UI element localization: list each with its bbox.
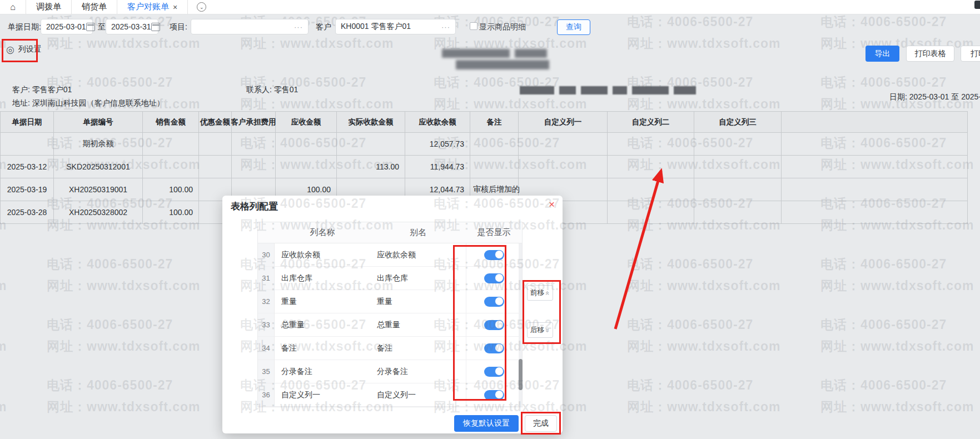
redacted-block bbox=[442, 49, 510, 58]
config-visible-cell bbox=[466, 383, 522, 407]
watermark-text: 电话：4006-6500-27网址：www.tdxsoft.com bbox=[47, 379, 201, 413]
date-from-input[interactable]: 2025-03-01 bbox=[41, 19, 93, 34]
show-detail-checkbox[interactable] bbox=[470, 22, 477, 30]
date-from-value: 2025-03-01 bbox=[46, 22, 86, 31]
query-button[interactable]: 查询 bbox=[557, 19, 590, 35]
customer-value: KH0001 零售客户01 bbox=[341, 22, 411, 32]
column-header: 应收金额 bbox=[276, 112, 337, 133]
redacted-block bbox=[515, 49, 547, 58]
visibility-toggle[interactable] bbox=[484, 390, 504, 400]
table-cell: XH20250319001 bbox=[54, 178, 143, 201]
table-cell bbox=[608, 178, 694, 201]
print-table-button[interactable]: 打印表格 bbox=[906, 46, 954, 62]
table-cell: 2025-03-12 bbox=[1, 156, 54, 178]
double-chevron-down-icon: » bbox=[544, 328, 551, 332]
table-cell: XH20250328002 bbox=[54, 201, 143, 224]
table-cell: 2025-03-28 bbox=[1, 201, 54, 224]
watermark-text: 电话：4006-6500-27网址：www.tdxsoft.com bbox=[627, 258, 781, 292]
tab-调拨单[interactable]: 调拨单 bbox=[26, 0, 71, 14]
corner-icon[interactable] bbox=[974, 1, 980, 9]
close-icon[interactable]: × bbox=[549, 199, 555, 209]
config-row[interactable]: 33总重量总重量 bbox=[258, 313, 522, 337]
config-visible-cell bbox=[466, 267, 522, 290]
config-alias-cell: 总重量 bbox=[370, 313, 466, 337]
move-down-button[interactable]: 后移 » bbox=[527, 322, 553, 338]
statement-date-range: 日期: 2025-03-01 至 2025-03-31 bbox=[889, 92, 980, 102]
config-row[interactable]: 30应收款余额应收款余额 bbox=[258, 243, 522, 267]
customer-input[interactable]: KH0001 零售客户01 ··· bbox=[335, 19, 456, 34]
watermark-text: 电话：4006-6500-27网址：www.tdxsoft.com bbox=[47, 258, 201, 292]
visibility-toggle[interactable] bbox=[484, 297, 504, 307]
visibility-toggle[interactable] bbox=[484, 343, 504, 353]
table-row[interactable]: 期初余额12,057.73 bbox=[1, 133, 968, 156]
restore-default-button[interactable]: 恢复默认设置 bbox=[454, 415, 519, 432]
watermark-text: 电话：4006-6500-27网址：www.tdxsoft.com bbox=[0, 379, 7, 413]
export-button[interactable]: 导出 bbox=[865, 46, 899, 62]
customer-contact-text: 联系人: 零售01 bbox=[246, 85, 298, 95]
table-cell bbox=[782, 178, 968, 201]
move-up-button[interactable]: 前移 « bbox=[527, 285, 553, 301]
config-row[interactable]: 35分录备注分录备注 bbox=[258, 360, 522, 383]
config-row[interactable]: 32重量重量 bbox=[258, 290, 522, 313]
date-to-value: 2025-03-31 bbox=[111, 22, 151, 31]
config-visible-cell bbox=[466, 290, 522, 313]
table-cell: 期初余额 bbox=[54, 133, 143, 156]
watermark-text: 电话：4006-6500-27网址：www.tdxsoft.com bbox=[820, 258, 974, 292]
scrollbar-thumb[interactable] bbox=[519, 359, 523, 390]
tab-list: 调拨单销货单客户对账单× bbox=[26, 0, 188, 14]
visibility-toggle[interactable] bbox=[484, 273, 504, 283]
table-cell bbox=[608, 133, 694, 156]
redacted-block bbox=[456, 60, 549, 69]
config-row[interactable]: 31出库仓库出库仓库 bbox=[258, 267, 522, 290]
date-between-label: 至 bbox=[98, 22, 106, 32]
calendar-icon[interactable] bbox=[86, 23, 95, 31]
config-alias-cell: 备注 bbox=[370, 337, 466, 360]
date-to-input[interactable]: 2025-03-31 bbox=[106, 19, 158, 34]
table-cell bbox=[782, 133, 968, 156]
table-cell bbox=[1, 133, 54, 156]
config-alias-cell: 出库仓库 bbox=[370, 267, 466, 290]
table-cell: 11,944.73 bbox=[405, 156, 470, 178]
config-row[interactable]: 36自定义列一自定义列一 bbox=[258, 383, 522, 407]
config-row[interactable]: 34备注备注 bbox=[258, 337, 522, 360]
table-cell bbox=[199, 156, 232, 178]
project-input[interactable]: ··· bbox=[191, 19, 309, 34]
double-chevron-up-icon: « bbox=[544, 291, 551, 295]
table-row[interactable]: 2025-03-12SKD20250312001113.0011,944.73 bbox=[1, 156, 968, 178]
config-row-number: 36 bbox=[258, 383, 275, 407]
column-settings-button[interactable]: ◎ 列设置 bbox=[6, 44, 42, 54]
print-button[interactable]: 打印 bbox=[961, 46, 980, 62]
done-button[interactable]: 完成 bbox=[525, 415, 557, 432]
table-cell bbox=[519, 156, 608, 178]
column-header: 自定义列一 bbox=[519, 112, 608, 133]
config-alias-cell: 自定义列一 bbox=[370, 383, 466, 407]
tab-label: 调拨单 bbox=[36, 2, 61, 12]
visibility-toggle[interactable] bbox=[484, 367, 504, 377]
config-alias-cell: 分录备注 bbox=[370, 360, 466, 383]
visibility-toggle[interactable] bbox=[484, 250, 504, 260]
calendar-icon[interactable] bbox=[151, 23, 160, 31]
visibility-toggle[interactable] bbox=[484, 320, 504, 330]
ellipsis-icon[interactable]: ··· bbox=[441, 23, 450, 31]
ellipsis-icon[interactable]: ··· bbox=[294, 23, 303, 31]
home-icon[interactable]: ⌂ bbox=[0, 2, 26, 12]
tab-销货单[interactable]: 销货单 bbox=[71, 0, 117, 14]
table-cell bbox=[199, 133, 232, 156]
move-up-label: 前移 bbox=[530, 288, 544, 298]
watermark-text: 电话：4006-6500-27网址：www.tdxsoft.com bbox=[0, 258, 7, 292]
table-cell bbox=[694, 201, 782, 224]
config-table-head: 列名称别名是否显示 bbox=[258, 222, 522, 243]
tab-客户对账单[interactable]: 客户对账单× bbox=[117, 0, 188, 14]
config-column-header: 是否显示 bbox=[466, 222, 522, 243]
table-cell bbox=[143, 156, 199, 178]
tab-close-icon[interactable]: × bbox=[173, 3, 177, 11]
show-detail-label: 显示商品明细 bbox=[479, 22, 526, 32]
watermark-text: 电话：4006-6500-27网址：www.tdxsoft.com bbox=[820, 379, 974, 413]
config-name-cell: 自定义列一 bbox=[275, 383, 370, 407]
config-name-cell: 备注 bbox=[275, 337, 370, 360]
watermark-text: 电话：4006-6500-27网址：www.tdxsoft.com bbox=[0, 76, 7, 111]
tab-more-icon[interactable]: ⌄ bbox=[197, 2, 206, 12]
config-column-header bbox=[258, 222, 275, 243]
tab-bar: ⌂ 调拨单销货单客户对账单× ⌄ bbox=[0, 0, 980, 14]
config-visible-cell bbox=[466, 313, 522, 337]
